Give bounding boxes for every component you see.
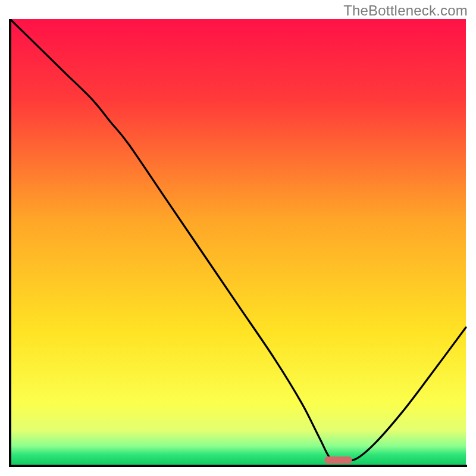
plot-area xyxy=(8,19,468,468)
watermark-text: TheBottleneck.com xyxy=(343,2,468,19)
chart-svg xyxy=(8,19,468,468)
chart-container: TheBottleneck.com xyxy=(0,0,476,476)
optimum-marker xyxy=(325,456,352,464)
